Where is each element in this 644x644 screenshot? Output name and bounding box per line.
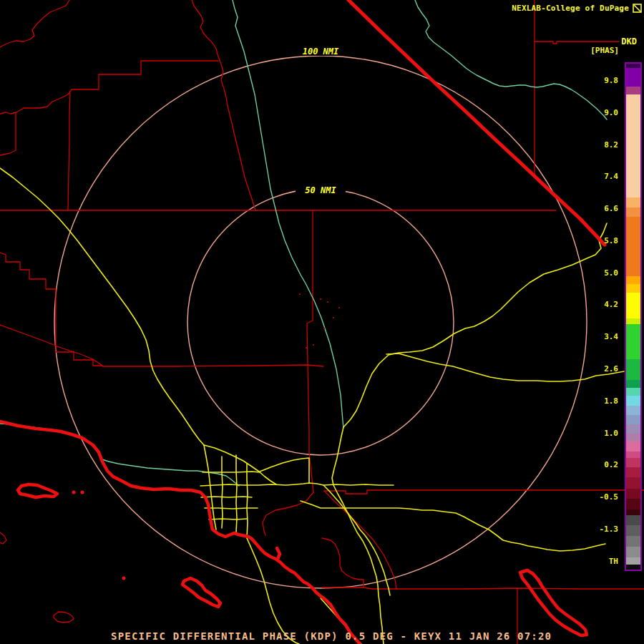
colorbar-segment — [626, 557, 640, 565]
colorbar-segment — [626, 87, 640, 94]
colorbar-segment — [626, 458, 640, 467]
colorbar-scale-value: -1.3 — [600, 525, 619, 535]
radar-speckle — [333, 317, 334, 318]
colorbar-scale-value: TH — [609, 557, 618, 567]
colorbar-scale-value: 9.0 — [604, 108, 618, 118]
radar-viewer: { "header": { "title": "NEXLAB-College o… — [0, 0, 644, 644]
colorbar-scale-value: 7.4 — [604, 172, 618, 182]
colorbar-segment — [626, 217, 640, 276]
colorbar-segment — [626, 509, 640, 515]
colorbar-segment — [626, 565, 640, 570]
product-status-line: SPECIFIC DIFFERENTIAL PHASE (KDP) 0.5 DE… — [111, 630, 552, 642]
colorbar-scale-value: 0.2 — [604, 460, 618, 470]
radar-speckle — [327, 301, 328, 303]
colorbar-segment — [626, 499, 640, 509]
colorbar-scale-value: 9.8 — [604, 76, 618, 86]
colorbar-segment — [626, 424, 640, 434]
page-title: NEXLAB-College of DuPage — [512, 4, 629, 13]
small-island — [72, 491, 76, 494]
colorbar-segment — [626, 276, 640, 284]
colorbar-scale-value: 1.0 — [604, 429, 618, 439]
colorbar — [625, 62, 642, 571]
colorbar-segment — [626, 396, 640, 406]
colorbar-scale-value: 1.8 — [604, 396, 618, 406]
product-id-label: DKD — [621, 36, 637, 47]
radar-speckle — [313, 344, 314, 346]
colorbar-segment — [626, 452, 640, 458]
map-background — [0, 0, 644, 644]
radar-speckle — [299, 293, 301, 295]
radar-speckle — [323, 328, 325, 329]
colorbar-segment — [626, 293, 640, 318]
colorbar-segment — [626, 415, 640, 424]
radar-map: 100 NMI 50 NMI — [0, 0, 644, 644]
colorbar-scale-value: 5.8 — [604, 236, 618, 246]
colorbar-segment — [626, 489, 640, 499]
small-island — [122, 577, 126, 580]
colorbar-segment — [626, 359, 640, 380]
colorbar-scale-value: 5.0 — [604, 268, 618, 278]
road — [201, 497, 252, 497]
colorbar-segment — [626, 525, 640, 536]
colorbar-segment — [626, 477, 640, 489]
colorbar-segment — [626, 547, 640, 557]
colorbar-segment — [626, 388, 640, 396]
title-bar: NEXLAB-College of DuPage — [512, 4, 642, 13]
colorbar-segment — [626, 284, 640, 293]
radar-speckle — [306, 347, 307, 348]
colorbar-segment — [626, 68, 640, 87]
product-units-label: [PHAS] — [590, 46, 619, 55]
colorbar-segment — [626, 406, 640, 415]
colorbar-segment — [626, 434, 640, 441]
colorbar-segment — [626, 441, 640, 452]
colorbar-scale-value: 3.4 — [604, 332, 618, 342]
cod-logo-icon — [633, 4, 642, 13]
colorbar-segment — [626, 208, 640, 217]
colorbar-scale-value: -0.5 — [600, 492, 619, 502]
colorbar-segment — [626, 324, 640, 359]
colorbar-scale-value: 6.6 — [604, 204, 618, 214]
small-island — [81, 491, 84, 494]
colorbar-scale-value: 8.2 — [604, 140, 618, 150]
colorbar-segment — [626, 318, 640, 324]
radar-speckle — [338, 307, 340, 308]
ring-label-50: 50 NMI — [305, 185, 336, 195]
colorbar-segment — [626, 467, 640, 477]
colorbar-scale-value: 4.2 — [604, 300, 618, 310]
colorbar-segment — [626, 197, 640, 208]
colorbar-segment — [626, 515, 640, 525]
ring-label-100: 100 NMI — [303, 47, 339, 57]
colorbar-segment — [626, 94, 640, 197]
radar-speckle — [320, 298, 321, 300]
colorbar-scale-value: 2.6 — [604, 364, 618, 374]
colorbar-segment — [626, 380, 640, 388]
colorbar-segment — [626, 536, 640, 547]
